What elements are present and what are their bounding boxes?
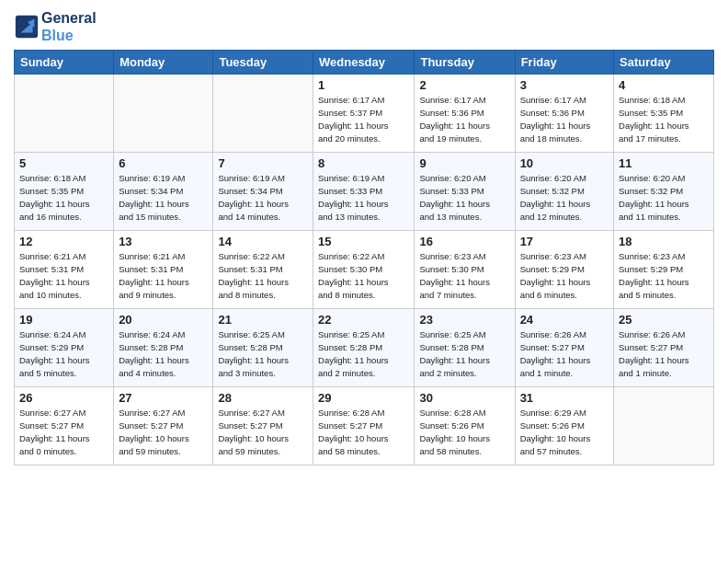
day-info: Sunrise: 6:17 AM Sunset: 5:37 PM Dayligh…: [318, 94, 409, 144]
calendar-cell: 14Sunrise: 6:22 AM Sunset: 5:31 PM Dayli…: [213, 231, 313, 309]
day-info: Sunrise: 6:25 AM Sunset: 5:28 PM Dayligh…: [218, 328, 308, 379]
day-number: 6: [119, 156, 208, 170]
day-number: 11: [619, 156, 709, 170]
calendar-cell: [213, 75, 313, 153]
calendar-cell: 9Sunrise: 6:20 AM Sunset: 5:33 PM Daylig…: [415, 153, 515, 231]
calendar-cell: [15, 75, 114, 153]
day-info: Sunrise: 6:18 AM Sunset: 5:35 PM Dayligh…: [19, 172, 108, 223]
calendar-cell: 18Sunrise: 6:23 AM Sunset: 5:29 PM Dayli…: [614, 231, 714, 309]
calendar-cell: 19Sunrise: 6:24 AM Sunset: 5:29 PM Dayli…: [15, 309, 114, 387]
calendar-table: SundayMondayTuesdayWednesdayThursdayFrid…: [14, 50, 714, 465]
calendar-cell: 6Sunrise: 6:19 AM Sunset: 5:34 PM Daylig…: [114, 153, 213, 231]
day-info: Sunrise: 6:24 AM Sunset: 5:29 PM Dayligh…: [19, 328, 108, 379]
day-number: 4: [619, 78, 709, 92]
calendar-cell: 26Sunrise: 6:27 AM Sunset: 5:27 PM Dayli…: [15, 387, 114, 465]
calendar-cell: 11Sunrise: 6:20 AM Sunset: 5:32 PM Dayli…: [614, 153, 714, 231]
logo-line2: Blue: [41, 27, 97, 44]
day-number: 19: [19, 313, 108, 327]
calendar-cell: 30Sunrise: 6:28 AM Sunset: 5:26 PM Dayli…: [415, 387, 515, 465]
day-info: Sunrise: 6:17 AM Sunset: 5:36 PM Dayligh…: [520, 94, 609, 144]
calendar-header-wednesday: Wednesday: [313, 51, 415, 75]
calendar-cell: 25Sunrise: 6:26 AM Sunset: 5:27 PM Dayli…: [614, 309, 714, 387]
calendar-header-friday: Friday: [515, 51, 613, 75]
day-info: Sunrise: 6:19 AM Sunset: 5:33 PM Dayligh…: [318, 172, 409, 223]
calendar-cell: [614, 387, 714, 465]
day-info: Sunrise: 6:21 AM Sunset: 5:31 PM Dayligh…: [119, 250, 208, 301]
day-number: 14: [218, 235, 308, 248]
calendar-cell: 12Sunrise: 6:21 AM Sunset: 5:31 PM Dayli…: [15, 231, 114, 309]
day-info: Sunrise: 6:23 AM Sunset: 5:30 PM Dayligh…: [419, 250, 509, 301]
day-info: Sunrise: 6:26 AM Sunset: 5:27 PM Dayligh…: [520, 328, 609, 379]
calendar-cell: 3Sunrise: 6:17 AM Sunset: 5:36 PM Daylig…: [515, 75, 613, 153]
day-info: Sunrise: 6:22 AM Sunset: 5:30 PM Dayligh…: [318, 250, 409, 301]
day-number: 12: [19, 235, 108, 248]
day-number: 13: [119, 235, 208, 248]
calendar-cell: 31Sunrise: 6:29 AM Sunset: 5:26 PM Dayli…: [515, 387, 613, 465]
day-number: 21: [218, 313, 308, 327]
day-info: Sunrise: 6:20 AM Sunset: 5:33 PM Dayligh…: [419, 172, 509, 223]
day-number: 20: [119, 313, 208, 327]
day-number: 23: [419, 313, 509, 327]
calendar-cell: 1Sunrise: 6:17 AM Sunset: 5:37 PM Daylig…: [313, 75, 415, 153]
calendar-week-4: 19Sunrise: 6:24 AM Sunset: 5:29 PM Dayli…: [15, 309, 714, 387]
day-number: 16: [419, 235, 509, 248]
calendar-header-thursday: Thursday: [415, 51, 515, 75]
calendar-cell: 17Sunrise: 6:23 AM Sunset: 5:29 PM Dayli…: [515, 231, 613, 309]
calendar-week-1: 1Sunrise: 6:17 AM Sunset: 5:37 PM Daylig…: [15, 75, 714, 153]
day-number: 8: [318, 156, 409, 170]
day-info: Sunrise: 6:22 AM Sunset: 5:31 PM Dayligh…: [218, 250, 308, 301]
day-number: 31: [520, 391, 609, 405]
header: General Blue: [14, 9, 714, 44]
page: General Blue SundayMondayTuesdayWednesda…: [0, 0, 728, 563]
calendar-week-2: 5Sunrise: 6:18 AM Sunset: 5:35 PM Daylig…: [15, 153, 714, 231]
day-number: 25: [619, 313, 709, 327]
day-info: Sunrise: 6:29 AM Sunset: 5:26 PM Dayligh…: [520, 407, 609, 457]
calendar-week-5: 26Sunrise: 6:27 AM Sunset: 5:27 PM Dayli…: [15, 387, 714, 465]
calendar-cell: 4Sunrise: 6:18 AM Sunset: 5:35 PM Daylig…: [614, 75, 714, 153]
calendar-header-tuesday: Tuesday: [213, 51, 313, 75]
day-number: 17: [520, 235, 609, 248]
day-number: 2: [419, 78, 509, 92]
logo: General Blue: [14, 9, 97, 44]
day-number: 5: [19, 156, 108, 170]
day-number: 22: [318, 313, 409, 327]
day-info: Sunrise: 6:19 AM Sunset: 5:34 PM Dayligh…: [218, 172, 308, 223]
calendar-cell: 27Sunrise: 6:27 AM Sunset: 5:27 PM Dayli…: [114, 387, 213, 465]
calendar-header-saturday: Saturday: [614, 51, 714, 75]
day-number: 30: [419, 391, 509, 405]
day-number: 15: [318, 235, 409, 248]
day-info: Sunrise: 6:25 AM Sunset: 5:28 PM Dayligh…: [419, 328, 509, 379]
day-info: Sunrise: 6:20 AM Sunset: 5:32 PM Dayligh…: [619, 172, 709, 223]
day-info: Sunrise: 6:23 AM Sunset: 5:29 PM Dayligh…: [619, 250, 709, 301]
day-number: 10: [520, 156, 609, 170]
day-info: Sunrise: 6:27 AM Sunset: 5:27 PM Dayligh…: [218, 407, 308, 457]
calendar-cell: 15Sunrise: 6:22 AM Sunset: 5:30 PM Dayli…: [313, 231, 415, 309]
day-number: 1: [318, 78, 409, 92]
day-info: Sunrise: 6:27 AM Sunset: 5:27 PM Dayligh…: [119, 407, 208, 457]
calendar-header-row: SundayMondayTuesdayWednesdayThursdayFrid…: [15, 51, 714, 75]
day-info: Sunrise: 6:24 AM Sunset: 5:28 PM Dayligh…: [119, 328, 208, 379]
day-info: Sunrise: 6:27 AM Sunset: 5:27 PM Dayligh…: [19, 407, 108, 457]
day-info: Sunrise: 6:28 AM Sunset: 5:27 PM Dayligh…: [318, 407, 409, 457]
day-number: 24: [520, 313, 609, 327]
day-info: Sunrise: 6:23 AM Sunset: 5:29 PM Dayligh…: [520, 250, 609, 301]
calendar-header-sunday: Sunday: [15, 51, 114, 75]
day-number: 28: [218, 391, 308, 405]
day-info: Sunrise: 6:18 AM Sunset: 5:35 PM Dayligh…: [619, 94, 709, 144]
day-number: 27: [119, 391, 208, 405]
day-number: 9: [419, 156, 509, 170]
calendar-week-3: 12Sunrise: 6:21 AM Sunset: 5:31 PM Dayli…: [15, 231, 714, 309]
calendar-cell: 20Sunrise: 6:24 AM Sunset: 5:28 PM Dayli…: [114, 309, 213, 387]
day-number: 18: [619, 235, 709, 248]
day-info: Sunrise: 6:21 AM Sunset: 5:31 PM Dayligh…: [19, 250, 108, 301]
calendar-cell: 22Sunrise: 6:25 AM Sunset: 5:28 PM Dayli…: [313, 309, 415, 387]
calendar-cell: 24Sunrise: 6:26 AM Sunset: 5:27 PM Dayli…: [515, 309, 613, 387]
calendar-cell: 29Sunrise: 6:28 AM Sunset: 5:27 PM Dayli…: [313, 387, 415, 465]
logo-icon: [14, 14, 40, 40]
day-info: Sunrise: 6:28 AM Sunset: 5:26 PM Dayligh…: [419, 407, 509, 457]
calendar-cell: 23Sunrise: 6:25 AM Sunset: 5:28 PM Dayli…: [415, 309, 515, 387]
calendar-cell: 13Sunrise: 6:21 AM Sunset: 5:31 PM Dayli…: [114, 231, 213, 309]
calendar-cell: 5Sunrise: 6:18 AM Sunset: 5:35 PM Daylig…: [15, 153, 114, 231]
calendar-cell: 21Sunrise: 6:25 AM Sunset: 5:28 PM Dayli…: [213, 309, 313, 387]
calendar-cell: 16Sunrise: 6:23 AM Sunset: 5:30 PM Dayli…: [415, 231, 515, 309]
